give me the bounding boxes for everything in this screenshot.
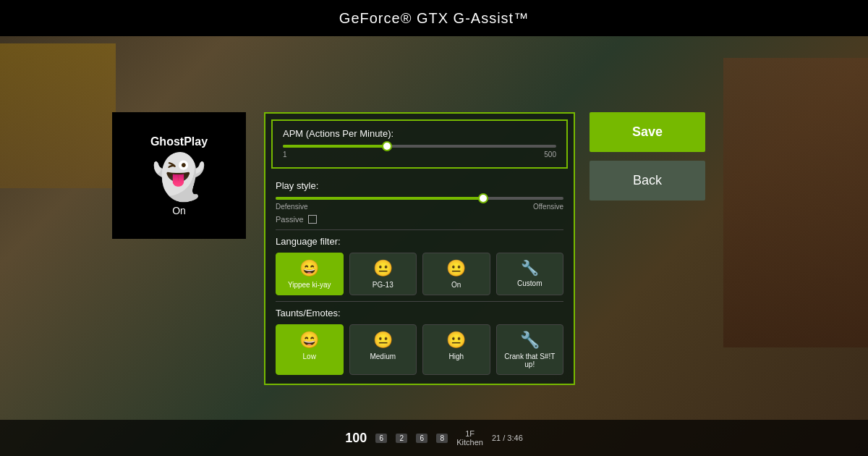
lang-filter-custom-label: Custom: [517, 279, 542, 287]
background-right: [723, 58, 868, 347]
header-title: GeForce® GTX G-Assist™: [339, 10, 529, 27]
save-button[interactable]: Save: [590, 112, 705, 152]
lang-filter-on[interactable]: 😐 On: [422, 253, 490, 295]
ghost-panel: GhostPlay 👻 On: [112, 112, 246, 239]
ghost-icon: 👻: [152, 156, 206, 199]
play-style-slider-thumb[interactable]: [478, 193, 488, 203]
lang-filter-pg13-icon: 😐: [373, 259, 393, 278]
taunt-crank-icon: 🔧: [520, 331, 540, 350]
apm-slider-track[interactable]: [283, 145, 556, 148]
hud-badge-2: 2: [396, 434, 407, 443]
taunt-crank[interactable]: 🔧 Crank that S#!T up!: [496, 324, 564, 375]
taunts-section: Taunts/Emotes: 😄 Low 😐 Medium 😐 High 🔧 C…: [265, 302, 574, 384]
lang-filter-yippee-label: Yippee ki-yay: [288, 281, 331, 289]
bottom-hud: 100 6 2 6 8 1F Kitchen 21 / 3:46: [0, 420, 868, 456]
hud-health: 100: [345, 431, 367, 446]
ghost-name: GhostPlay: [150, 135, 208, 148]
lang-filter-yippee[interactable]: 😄 Yippee ki-yay: [276, 253, 344, 295]
play-style-labels: Defensive Offensive: [276, 203, 563, 211]
right-buttons: Save Back: [590, 112, 705, 200]
apm-min: 1: [283, 151, 287, 159]
hud-badge-3: 6: [416, 434, 427, 443]
play-style-max: Offensive: [533, 203, 563, 211]
taunt-medium[interactable]: 😐 Medium: [349, 324, 417, 375]
play-style-section: Play style: Defensive Offensive Passive: [265, 174, 574, 229]
hud-badge-1: 6: [375, 434, 387, 443]
taunt-high-icon: 😐: [446, 331, 466, 350]
passive-checkbox[interactable]: [308, 215, 317, 224]
play-style-min: Defensive: [276, 203, 307, 211]
taunt-low-label: Low: [303, 352, 316, 360]
language-filter-options: 😄 Yippee ki-yay 😐 PG-13 😐 On 🔧 Custom: [276, 253, 563, 295]
play-style-slider-fill: [276, 197, 483, 200]
apm-section: APM (Actions Per Minute): 1 500: [271, 119, 568, 169]
play-style-title: Play style:: [276, 180, 563, 191]
background-shelf: [0, 43, 116, 188]
taunt-medium-icon: 😐: [373, 331, 393, 350]
hud-item-2: 2: [396, 434, 407, 443]
hud-item-1: 6: [375, 434, 387, 443]
lang-filter-on-icon: 😐: [446, 259, 466, 278]
header-bar: GeForce® GTX G-Assist™: [0, 0, 868, 36]
hud-item-3: 6: [416, 434, 427, 443]
apm-title: APM (Actions Per Minute):: [283, 128, 556, 139]
lang-filter-pg13-label: PG-13: [373, 281, 393, 289]
hud-score: 21 / 3:46: [492, 434, 523, 442]
apm-slider-fill: [283, 145, 387, 148]
lang-filter-on-label: On: [451, 281, 461, 289]
passive-label: Passive: [276, 215, 304, 224]
taunts-options: 😄 Low 😐 Medium 😐 High 🔧 Crank that S#!T …: [276, 324, 563, 375]
hud-location: Kitchen: [456, 438, 483, 447]
play-style-slider-track[interactable]: [276, 197, 563, 200]
hud-item-4: 8: [436, 434, 448, 443]
play-style-slider-container: Defensive Offensive: [276, 197, 563, 211]
taunt-high-label: High: [448, 352, 464, 360]
taunt-low[interactable]: 😄 Low: [276, 324, 344, 375]
main-panel: APM (Actions Per Minute): 1 500 Play sty…: [264, 112, 575, 385]
back-button[interactable]: Back: [590, 161, 705, 200]
lang-filter-yippee-icon: 😄: [299, 259, 319, 278]
taunt-medium-label: Medium: [370, 352, 396, 360]
lang-filter-custom-icon: 🔧: [521, 259, 539, 276]
taunt-crank-label: Crank that S#!T up!: [500, 352, 561, 368]
taunt-high[interactable]: 😐 High: [422, 324, 490, 375]
ghost-status: On: [172, 205, 186, 216]
lang-filter-custom[interactable]: 🔧 Custom: [496, 253, 564, 295]
language-filter-section: Language filter: 😄 Yippee ki-yay 😐 PG-13…: [265, 230, 574, 301]
hud-floor-value: 1F: [465, 429, 475, 438]
taunts-title: Taunts/Emotes:: [276, 308, 563, 318]
taunt-low-icon: 😄: [299, 331, 319, 350]
apm-slider-labels: 1 500: [283, 151, 556, 159]
passive-row: Passive: [276, 215, 563, 224]
lang-filter-pg13[interactable]: 😐 PG-13: [349, 253, 417, 295]
hud-badge-4: 8: [436, 434, 448, 443]
hud-floor: 1F Kitchen: [456, 429, 483, 447]
language-filter-title: Language filter:: [276, 236, 563, 247]
apm-max: 500: [544, 151, 556, 159]
apm-slider-thumb[interactable]: [382, 141, 392, 151]
